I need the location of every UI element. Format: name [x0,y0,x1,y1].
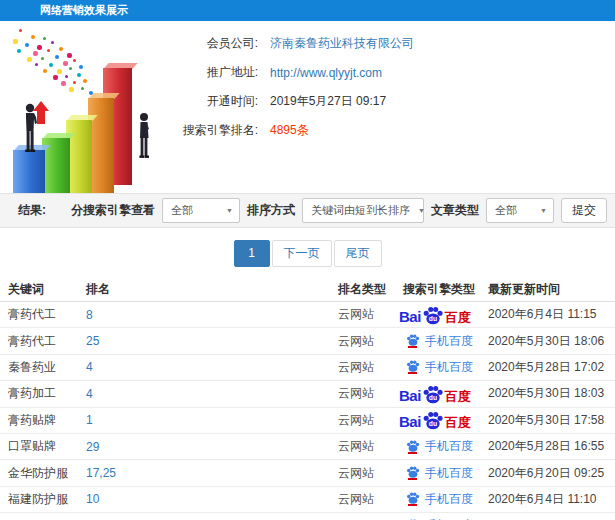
rank-link[interactable]: 8 [86,308,338,322]
keyword-ranking-table: 关键词 排名 排名类型 搜索引擎类型 最新更新时间 膏药代工 8 云网站 Bai… [0,278,615,520]
baidu-logo-text: Bai [399,388,421,403]
page-titlebar: 网络营销效果展示 [0,0,615,21]
company-label: 会员公司: [170,35,258,52]
mobile-baidu-label: 手机百度 [425,333,473,350]
chevron-down-icon: ▼ [226,207,233,214]
rank-link[interactable]: 1 [86,413,338,427]
confetti-dot [43,69,47,73]
mobile-baidu-logo: 手机百度 [406,465,473,482]
confetti-dot [53,75,58,80]
table-row: 膏药代工 8 云网站 Bai du 百度 [0,302,615,328]
confetti-dot [37,45,42,50]
chevron-down-icon: ▼ [418,207,425,214]
confetti-dot [81,87,84,90]
engine-filter-value: 全部 [171,203,193,218]
baidu-logo-cn-text: 百度 [445,416,471,429]
column-header-keyword: 关键词 [8,281,86,298]
growth-chart-illustration [5,29,167,181]
engine-cell: Bai du 百度 [389,306,488,324]
engine-cell: Bai du 百度 [389,333,488,350]
mobile-baidu-label: 手机百度 [425,438,473,455]
engine-cell: Bai du 百度 [389,385,488,403]
mobile-baidu-paw-icon [406,440,420,454]
confetti-dot [55,55,59,59]
table-row: 膏药贴牌 1 云网站 Bai du 百度 [0,408,615,434]
businessman-right-icon [136,112,152,160]
confetti-dot [31,35,35,39]
table-row: 口罩贴牌 29 云网站 Bai du 百度 [0,434,615,460]
article-type-select[interactable]: 全部 ▼ [486,198,554,223]
engine-filter-label: 分搜索引擎查看 [71,202,155,219]
sort-select[interactable]: 关键词由短到长排序 ▼ [302,198,424,223]
article-type-value: 全部 [495,203,517,218]
chevron-down-icon: ▼ [540,207,547,214]
svg-text:du: du [429,394,437,401]
table-header-row: 关键词 排名 排名类型 搜索引擎类型 最新更新时间 [0,278,615,302]
confetti-dot [35,63,38,66]
table-row: 膏药代工 25 云网站 Bai du 百度 [0,328,615,354]
mobile-baidu-logo: 手机百度 [406,491,473,508]
rank-link[interactable]: 17,25 [86,466,338,480]
confetti-dot [49,63,53,67]
confetti-dot [17,49,21,53]
company-info-list: 会员公司: 济南秦鲁药业科技有限公司 推广地址: http://www.qlyy… [170,29,500,145]
rank-link[interactable]: 29 [86,440,338,454]
confetti-dot [41,57,44,60]
next-page-button[interactable]: 下一页 [272,240,332,267]
rank-link[interactable]: 4 [86,387,338,401]
column-header-rank: 排名 [86,281,338,298]
baidu-logo: Bai du 百度 [399,411,471,429]
baidu-logo-text: Bai [399,414,421,429]
rank-type-cell: 云网站 [338,333,389,350]
baidu-logo-cn-text: 百度 [445,311,471,324]
confetti-dot [61,81,66,86]
mobile-baidu-paw-icon [406,492,420,506]
rank-type-cell: 云网站 [338,385,389,402]
mobile-baidu-label: 手机百度 [425,465,473,482]
rank-type-cell: 云网站 [338,465,389,482]
keyword-cell: 福建防护服 [8,491,86,508]
svg-text:du: du [429,315,437,322]
confetti-dot [77,73,81,77]
baidu-paw-icon: du [422,385,444,404]
engine-filter-select[interactable]: 全部 ▼ [162,198,240,223]
rank-link[interactable]: 10 [86,492,338,506]
mobile-baidu-label: 手机百度 [425,359,473,376]
engine-cell: Bai du 百度 [389,438,488,455]
company-name-link[interactable]: 济南秦鲁药业科技有限公司 [270,35,414,52]
submit-button[interactable]: 提交 [561,198,607,223]
mobile-baidu-logo: 手机百度 [406,333,473,350]
confetti-dot [59,47,63,51]
rank-link[interactable]: 4 [86,360,338,374]
last-page-button[interactable]: 尾页 [334,240,382,267]
baidu-logo-text: Bai [399,309,421,324]
page-button-current[interactable]: 1 [234,240,270,267]
rank-link[interactable]: 25 [86,334,338,348]
confetti-dot [79,65,83,69]
pagination: 1 下一页 尾页 [0,240,615,267]
promo-url-link[interactable]: http://www.qlyyjt.com [270,66,382,80]
businessman-left-icon [21,103,39,153]
keyword-cell: 秦鲁药业 [8,359,86,376]
results-label: 结果: [18,202,46,219]
confetti-dot [63,61,68,66]
confetti-dot [51,41,54,44]
rank-type-cell: 云网站 [338,412,389,429]
rank-type-cell: 云网站 [338,491,389,508]
confetti-dot [19,29,22,32]
baidu-paw-icon: du [422,306,444,325]
rank-count-value: 4895条 [270,122,309,139]
update-time-cell: 2020年5月28日 17:02 [488,359,615,376]
top-section: 会员公司: 济南秦鲁药业科技有限公司 推广地址: http://www.qlyy… [0,21,615,191]
table-row: 秦鲁药业 4 云网站 Bai du 百度 [0,355,615,381]
info-row-open-time: 开通时间: 2019年5月27日 09:17 [170,87,500,116]
open-time-label: 开通时间: [170,93,258,110]
keyword-cell: 膏药加工 [8,385,86,402]
mobile-baidu-paw-icon [406,334,420,348]
confetti-dot [33,51,38,56]
table-row: 膏药加工 4 云网站 Bai du 百度 [0,381,615,407]
mobile-baidu-label: 手机百度 [425,491,473,508]
table-row: 福建防护服 10 云网站 Bai du 百度 [0,487,615,513]
mobile-baidu-paw-icon [406,360,420,374]
mobile-baidu-paw-icon [406,466,420,480]
